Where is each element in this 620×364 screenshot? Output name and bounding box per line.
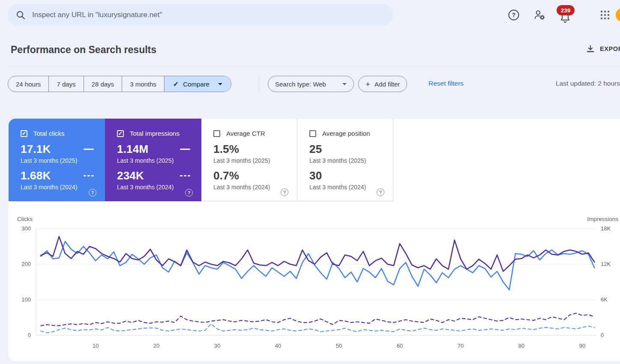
dashed-line-mark <box>180 175 190 177</box>
compare-toggle[interactable]: ✓ Compare <box>164 76 231 92</box>
metric-value-2025: 25 <box>309 143 322 156</box>
metric-period-2025: Last 3 months (2025) <box>117 157 201 164</box>
metric-value-2025: 1.5% <box>213 143 239 156</box>
reset-filters-link[interactable]: Reset filters <box>428 80 464 87</box>
checkbox-average-position[interactable] <box>309 130 316 137</box>
page-title: Performance on Search results <box>11 44 156 56</box>
axis-tick-label: 80 <box>513 343 530 349</box>
date-range-group: 24 hours 7 days 28 days 3 months ✓ Compa… <box>8 76 231 92</box>
solid-line-mark <box>84 149 94 150</box>
axis-tick-label: 6K <box>601 296 608 303</box>
axis-tick-label: 100 <box>12 296 31 303</box>
export-button[interactable]: EXPORT <box>586 45 620 53</box>
left-axis-title: Clicks <box>17 216 33 222</box>
chevron-down-icon <box>218 83 222 85</box>
add-filter-label: Add filter <box>374 81 400 88</box>
metric-period-2025: Last 3 months (2025) <box>213 157 297 164</box>
metric-value-2024: 234K <box>117 169 144 182</box>
chip-divider <box>259 76 259 92</box>
help-icon: ? <box>508 9 520 21</box>
checkbox-total-impressions[interactable] <box>117 130 124 137</box>
checkbox-total-clicks[interactable] <box>21 130 27 137</box>
metric-value-2024: 30 <box>309 169 322 182</box>
axis-tick-label: 200 <box>12 261 31 267</box>
axis-tick-label: 70 <box>452 343 469 349</box>
metric-value-2025: 17.1K <box>21 143 51 156</box>
url-inspect-searchbar[interactable] <box>7 4 393 26</box>
axis-tick-label: 0 <box>12 332 31 338</box>
apps-grid-icon <box>599 9 611 21</box>
axis-tick-label: 60 <box>391 343 408 349</box>
range-7-days[interactable]: 7 days <box>48 76 83 92</box>
filter-bar: 24 hours 7 days 28 days 3 months ✓ Compa… <box>0 76 620 92</box>
metric-label: Average CTR <box>226 130 265 137</box>
metric-period-2025: Last 3 months (2025) <box>309 157 393 164</box>
help-icon[interactable]: ? <box>377 188 384 196</box>
search-icon <box>16 10 25 20</box>
checkbox-average-ctr[interactable] <box>213 130 220 137</box>
axis-tick-label: 18K <box>601 225 611 232</box>
svg-text:?: ? <box>512 12 516 18</box>
axis-tick-label: 90 <box>574 343 591 349</box>
last-updated-text: Last updated: 2 hours <box>556 80 620 87</box>
solid-line-mark <box>180 149 190 150</box>
axis-tick-label: 300 <box>12 225 31 232</box>
search-input[interactable] <box>32 11 384 19</box>
checkmark-icon: ✓ <box>173 80 179 88</box>
header-divider <box>8 66 620 67</box>
metric-value-2024: 0.7% <box>213 169 239 182</box>
metric-label: Total impressions <box>130 130 180 137</box>
export-label: EXPORT <box>600 45 620 52</box>
download-icon <box>586 45 595 53</box>
plus-icon: + <box>365 80 370 88</box>
right-axis-title: Impressions <box>587 216 618 222</box>
range-24-hours[interactable]: 24 hours <box>8 76 48 92</box>
axis-tick-label: 20 <box>148 343 165 349</box>
apps-grid-button[interactable] <box>599 9 611 21</box>
metric-tile-total-impressions[interactable]: Total impressions 1.14M Last 3 months (2… <box>105 119 201 201</box>
axis-tick-label: 0 <box>601 332 604 338</box>
search-type-label: Search type: Web <box>275 81 326 88</box>
range-28-days[interactable]: 28 days <box>84 76 122 92</box>
add-filter-button[interactable]: + Add filter <box>358 76 407 92</box>
help-icon[interactable]: ? <box>281 188 288 196</box>
search-type-dropdown[interactable]: Search type: Web <box>268 76 354 92</box>
help-icon[interactable]: ? <box>89 189 96 197</box>
axis-tick-label: 30 <box>209 343 226 349</box>
metric-value-2025: 1.14M <box>117 143 148 156</box>
help-icon[interactable]: ? <box>185 189 193 197</box>
axis-tick-label: 12K <box>601 261 611 267</box>
performance-card: Total clicks 17.1K Last 3 months (2025) … <box>9 119 620 361</box>
user-settings-button[interactable] <box>533 9 546 21</box>
compare-label: Compare <box>183 81 210 88</box>
axis-tick-label: 50 <box>330 343 347 349</box>
account-avatar[interactable] <box>616 8 620 22</box>
user-settings-icon <box>533 9 546 21</box>
metric-period-2025: Last 3 months (2025) <box>21 157 105 164</box>
metric-label: Total clicks <box>33 130 65 137</box>
chevron-down-icon <box>342 83 347 85</box>
metric-tile-average-position[interactable]: Average position 25 Last 3 months (2025)… <box>297 119 393 201</box>
metric-label: Average position <box>322 130 370 137</box>
help-button[interactable]: ? <box>507 9 520 21</box>
notification-badge: 239 <box>557 5 575 15</box>
search-console-performance-page: ? 239 P <box>0 0 620 364</box>
metric-value-2024: 1.68K <box>21 169 51 182</box>
range-3-months[interactable]: 3 months <box>122 76 164 92</box>
metric-tile-total-clicks[interactable]: Total clicks 17.1K Last 3 months (2025) … <box>9 119 105 201</box>
axis-tick-label: 10 <box>87 343 104 349</box>
dashed-line-mark <box>84 175 94 177</box>
metric-tile-average-ctr[interactable]: Average CTR 1.5% Last 3 months (2025) 0.… <box>201 119 297 201</box>
axis-tick-label: 40 <box>270 343 287 349</box>
